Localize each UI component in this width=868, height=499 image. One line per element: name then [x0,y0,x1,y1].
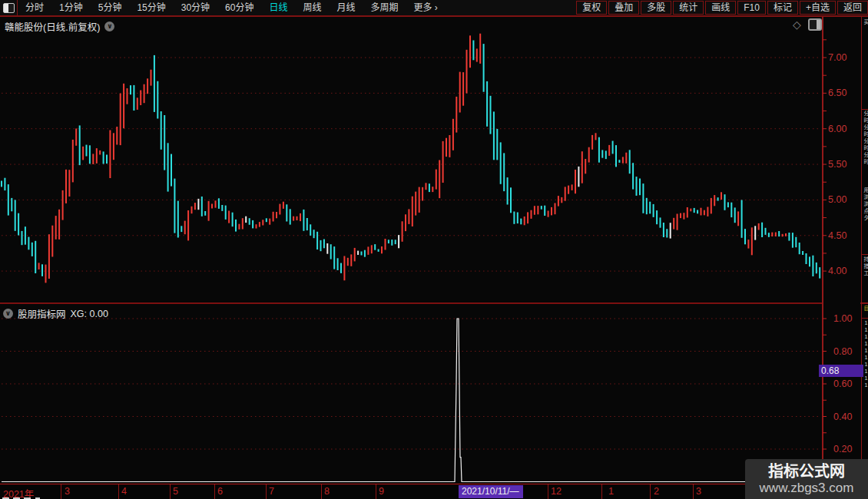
candlestick-bar [262,220,263,225]
month-separator [118,484,119,499]
candlestick-bar [398,235,399,248]
candlestick-bar [197,199,199,210]
tag-value: 0.68 [821,365,839,376]
candlestick-bar [238,224,240,230]
candlestick-bar [670,223,671,238]
indicator-axis-label: 0.60 [833,378,868,389]
candlestick-bar [680,213,681,219]
chevron-down-icon[interactable]: ∨ [3,309,13,319]
candlestick-bar [347,258,349,266]
candlestick-bar [799,243,800,254]
candlestick-bar [449,135,450,157]
indicator-header: ∨ 股朋指标网 XG: 0.00 [3,306,108,321]
candlestick-bar [279,204,280,215]
candlestick-bar [326,243,328,254]
candlestick-bar [306,218,308,230]
candlestick-bar [41,264,43,276]
split-pane-icon[interactable] [808,18,822,31]
candlestick-bar [711,198,712,214]
right-strip-segment[interactable]: 持措工 [863,256,868,301]
candlestick-bar [666,229,668,237]
candlestick-bar [45,265,47,283]
candlestick-bar [618,160,620,163]
candlestick-bar [551,207,552,216]
candlestick-bar [653,204,654,217]
candlestick-bar [541,206,542,210]
candlestick-bar [96,148,98,164]
candlestick-bar [568,186,569,194]
candlestick-bar [677,214,678,230]
candlestick-bar [578,167,579,187]
candlestick-bar [795,237,797,248]
candlestick-bar [123,84,124,128]
strip-separator [862,109,868,110]
candlestick-bar [446,138,447,157]
indicator-axis-label: 0.20 [833,444,868,454]
candlestick-bar [286,204,287,221]
candlestick-bar [106,155,108,164]
candlestick-bar [741,200,743,238]
candlestick-bar [58,210,60,240]
candlestick-bar [164,115,165,170]
candlestick-bar [25,226,26,245]
candlestick-bar [500,142,502,183]
candlestick-bar [622,157,624,163]
candlestick-bar [765,228,767,235]
price-axis-label: 4.50 [828,230,863,241]
candlestick-bar [381,246,383,253]
candlestick-bar [402,221,403,242]
candlestick-bar [809,256,810,266]
candlestick-bar [340,263,342,273]
candlestick-bar [208,201,210,221]
time-axis-label: 7 [269,486,274,497]
candlestick-bar [612,141,614,154]
candlestick-bar [673,218,674,230]
candlestick-bar [51,226,53,257]
candlestick-bar [187,210,189,240]
candlestick-bar [632,163,634,189]
candlestick-bar [479,34,481,64]
candlestick-bar [157,81,158,119]
candlestick-bar [758,223,760,230]
candlestick-bar [374,244,376,250]
candlestick-bar [646,198,648,214]
candlestick-bar [697,210,698,214]
price-axis-label: 4.00 [828,266,863,276]
chevron-down-icon[interactable]: ∨ [104,21,114,31]
watermark-box: 指标公式网 www.zbgs3.com [745,459,868,499]
candlestick-bar [65,170,67,203]
candlestick-bar [62,190,64,220]
candlestick-bar [218,198,220,209]
candlestick-bar [367,246,369,255]
candlestick-bar [371,245,373,253]
indicator-axis-label: 0.80 [833,346,868,357]
candlestick-bar [354,248,356,262]
candlestick-bar [432,187,433,192]
right-strip-segment[interactable]: 买 [863,19,868,38]
diamond-icon[interactable]: ◇ [793,19,801,30]
candlestick-bar [721,192,722,200]
candlestick-bar [707,207,708,216]
candlestick-bar [581,151,583,183]
candlestick-bar [174,179,175,233]
candlestick-bar [544,206,545,216]
candlestick-bar [442,141,444,183]
candlestick-bar [429,183,430,192]
candlestick-bar [625,153,627,164]
candlestick-bar [378,250,379,252]
candlestick-bar [531,210,532,219]
time-axis-label: 8 [324,486,330,497]
candlestick-bar [561,197,562,203]
indicator-axis-label: 1.00 [833,313,868,324]
candlestick-bar [775,233,777,237]
candlestick-bar [144,84,145,104]
candlestick-bar [395,240,396,244]
candlestick-bar [35,241,36,273]
candlestick-bar [48,234,50,279]
candlestick-bar [778,231,780,236]
candlestick-bar [201,197,203,216]
time-axis-label: 5 [173,486,178,497]
chart-canvas[interactable] [0,0,868,499]
candlestick-bar [517,213,518,224]
candlestick-bar [316,232,318,250]
